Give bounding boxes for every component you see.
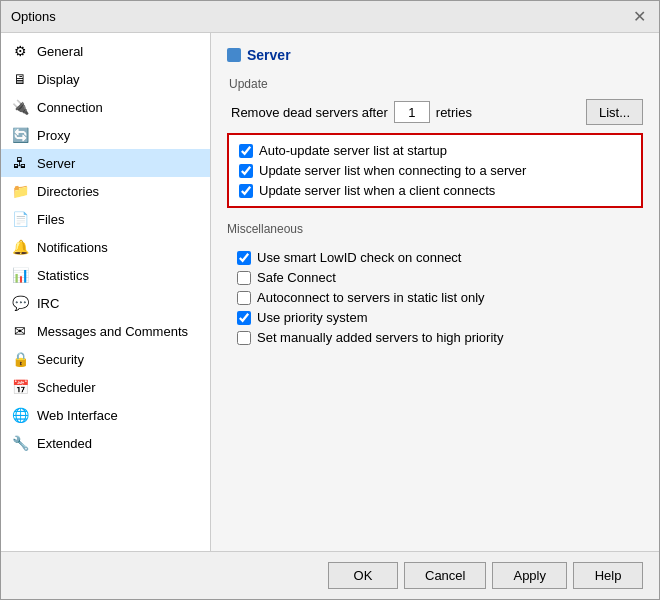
- remove-dead-label: Remove dead servers after: [231, 105, 388, 120]
- sidebar-label-notifications: Notifications: [37, 240, 108, 255]
- cancel-button[interactable]: Cancel: [404, 562, 486, 589]
- autoconnect-static-checkbox[interactable]: [237, 291, 251, 305]
- dialog-title: Options: [11, 9, 56, 24]
- proxy-icon: 🔄: [11, 126, 29, 144]
- sidebar-label-server: Server: [37, 156, 75, 171]
- webinterface-icon: 🌐: [11, 406, 29, 424]
- sidebar-label-extended: Extended: [37, 436, 92, 451]
- checkbox-priority-system: Use priority system: [237, 310, 633, 325]
- sidebar-label-statistics: Statistics: [37, 268, 89, 283]
- sidebar-label-webinterface: Web Interface: [37, 408, 118, 423]
- retries-input[interactable]: [394, 101, 430, 123]
- sidebar-label-irc: IRC: [37, 296, 59, 311]
- auto-update-checkbox[interactable]: [239, 144, 253, 158]
- sidebar-item-statistics[interactable]: 📊 Statistics: [1, 261, 210, 289]
- messages-icon: ✉: [11, 322, 29, 340]
- sidebar-label-proxy: Proxy: [37, 128, 70, 143]
- sidebar-item-directories[interactable]: 📁 Directories: [1, 177, 210, 205]
- manually-added-checkbox[interactable]: [237, 331, 251, 345]
- sidebar-label-general: General: [37, 44, 83, 59]
- sidebar-item-notifications[interactable]: 🔔 Notifications: [1, 233, 210, 261]
- sidebar-item-display[interactable]: 🖥 Display: [1, 65, 210, 93]
- dialog-body: ⚙ General 🖥 Display 🔌 Connection 🔄 Proxy…: [1, 33, 659, 551]
- help-button[interactable]: Help: [573, 562, 643, 589]
- scheduler-icon: 📅: [11, 378, 29, 396]
- sidebar-item-scheduler[interactable]: 📅 Scheduler: [1, 373, 210, 401]
- sidebar-label-scheduler: Scheduler: [37, 380, 96, 395]
- content-title: Server: [227, 47, 643, 63]
- sidebar-item-proxy[interactable]: 🔄 Proxy: [1, 121, 210, 149]
- sidebar-item-security[interactable]: 🔒 Security: [1, 345, 210, 373]
- statistics-icon: 📊: [11, 266, 29, 284]
- apply-button[interactable]: Apply: [492, 562, 567, 589]
- sidebar: ⚙ General 🖥 Display 🔌 Connection 🔄 Proxy…: [1, 33, 211, 551]
- sidebar-item-webinterface[interactable]: 🌐 Web Interface: [1, 401, 210, 429]
- sidebar-label-connection: Connection: [37, 100, 103, 115]
- misc-section: Miscellaneous Use smart LowID check on c…: [227, 222, 643, 353]
- priority-system-checkbox[interactable]: [237, 311, 251, 325]
- options-dialog: Options ✕ ⚙ General 🖥 Display 🔌 Connecti…: [0, 0, 660, 600]
- display-icon: 🖥: [11, 70, 29, 88]
- general-icon: ⚙: [11, 42, 29, 60]
- sidebar-label-messages: Messages and Comments: [37, 324, 188, 339]
- sidebar-item-server[interactable]: 🖧 Server: [1, 149, 210, 177]
- checkbox-smart-lowid: Use smart LowID check on connect: [237, 250, 633, 265]
- update-label: Update: [227, 77, 643, 91]
- auto-update-label: Auto-update server list at startup: [259, 143, 447, 158]
- checkbox-manually-added: Set manually added servers to high prior…: [237, 330, 633, 345]
- close-button[interactable]: ✕: [629, 7, 649, 27]
- priority-system-label: Use priority system: [257, 310, 368, 325]
- misc-checkboxes: Use smart LowID check on connect Safe Co…: [227, 242, 643, 353]
- update-connecting-checkbox[interactable]: [239, 164, 253, 178]
- sidebar-label-directories: Directories: [37, 184, 99, 199]
- extended-icon: 🔧: [11, 434, 29, 452]
- dialog-footer: OK Cancel Apply Help: [1, 551, 659, 599]
- sidebar-item-irc[interactable]: 💬 IRC: [1, 289, 210, 317]
- checkbox-auto-update: Auto-update server list at startup: [239, 143, 631, 158]
- update-section: Update Remove dead servers after retries…: [227, 77, 643, 208]
- checkbox-autoconnect-static: Autoconnect to servers in static list on…: [237, 290, 633, 305]
- sidebar-item-extended[interactable]: 🔧 Extended: [1, 429, 210, 457]
- checkbox-safe-connect: Safe Connect: [237, 270, 633, 285]
- title-bar: Options ✕: [1, 1, 659, 33]
- highlighted-checkboxes: Auto-update server list at startup Updat…: [227, 133, 643, 208]
- checkbox-update-connecting: Update server list when connecting to a …: [239, 163, 631, 178]
- autoconnect-static-label: Autoconnect to servers in static list on…: [257, 290, 485, 305]
- sidebar-label-security: Security: [37, 352, 84, 367]
- sidebar-label-files: Files: [37, 212, 64, 227]
- sidebar-item-messages[interactable]: ✉ Messages and Comments: [1, 317, 210, 345]
- manually-added-label: Set manually added servers to high prior…: [257, 330, 503, 345]
- sidebar-item-files[interactable]: 📄 Files: [1, 205, 210, 233]
- list-button[interactable]: List...: [586, 99, 643, 125]
- sidebar-item-general[interactable]: ⚙ General: [1, 37, 210, 65]
- ok-button[interactable]: OK: [328, 562, 398, 589]
- notifications-icon: 🔔: [11, 238, 29, 256]
- smart-lowid-label: Use smart LowID check on connect: [257, 250, 461, 265]
- smart-lowid-checkbox[interactable]: [237, 251, 251, 265]
- server-title-icon: [227, 48, 241, 62]
- misc-label: Miscellaneous: [227, 222, 643, 236]
- content-title-text: Server: [247, 47, 291, 63]
- update-client-label: Update server list when a client connect…: [259, 183, 495, 198]
- sidebar-label-display: Display: [37, 72, 80, 87]
- update-client-checkbox[interactable]: [239, 184, 253, 198]
- retries-label: retries: [436, 105, 472, 120]
- server-icon: 🖧: [11, 154, 29, 172]
- security-icon: 🔒: [11, 350, 29, 368]
- irc-icon: 💬: [11, 294, 29, 312]
- safe-connect-checkbox[interactable]: [237, 271, 251, 285]
- checkbox-update-client: Update server list when a client connect…: [239, 183, 631, 198]
- files-icon: 📄: [11, 210, 29, 228]
- directories-icon: 📁: [11, 182, 29, 200]
- content-panel: Server Update Remove dead servers after …: [211, 33, 659, 551]
- connection-icon: 🔌: [11, 98, 29, 116]
- update-connecting-label: Update server list when connecting to a …: [259, 163, 526, 178]
- sidebar-item-connection[interactable]: 🔌 Connection: [1, 93, 210, 121]
- safe-connect-label: Safe Connect: [257, 270, 336, 285]
